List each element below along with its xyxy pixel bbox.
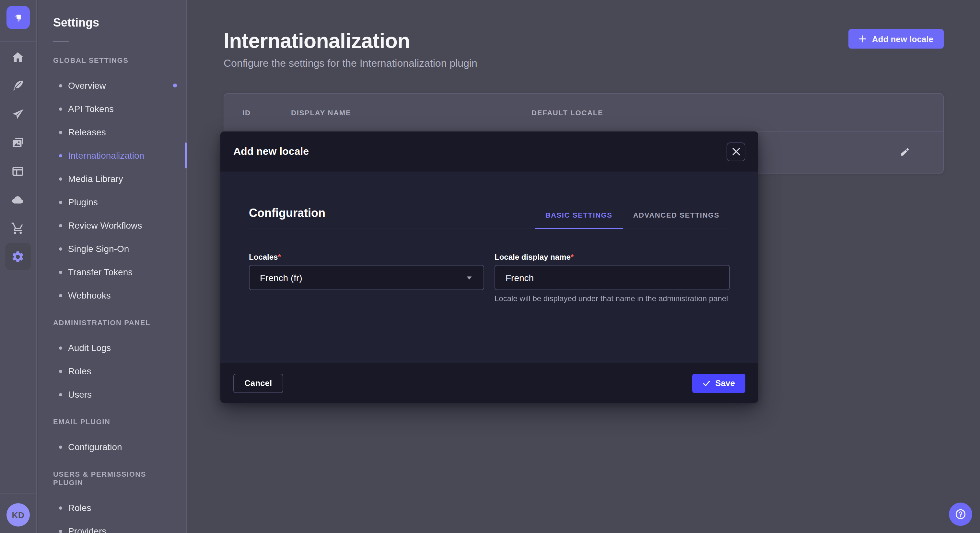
locales-select-value: French (fr) [260, 272, 465, 283]
configuration-heading: Configuration [249, 206, 325, 228]
locales-select[interactable]: French (fr) [249, 265, 484, 290]
save-button[interactable]: Save [692, 373, 745, 393]
display-name-label: Locale display name* [495, 252, 730, 262]
add-locale-modal: Add new locale Configuration BASIC SETTI… [220, 132, 758, 403]
strapi-admin-app: KD Settings GLOBAL SETTINGS Overview API… [0, 0, 980, 533]
modal-header: Add new locale [220, 132, 758, 172]
tab-advanced-settings[interactable]: ADVANCED SETTINGS [623, 211, 730, 228]
chevron-down-icon [465, 274, 473, 281]
tabs-divider [249, 228, 730, 229]
close-button[interactable] [727, 142, 745, 161]
close-icon [732, 148, 740, 155]
locales-label: Locales* [249, 252, 484, 262]
display-name-hint: Locale will be displayed under that name… [495, 293, 730, 304]
tab-basic-settings[interactable]: BASIC SETTINGS [535, 211, 623, 228]
display-name-field: Locale display name* Locale will be disp… [495, 252, 730, 304]
locales-field: Locales* French (fr) [249, 252, 484, 304]
settings-tabs: BASIC SETTINGS ADVANCED SETTINGS [535, 211, 730, 228]
required-asterisk: * [278, 252, 281, 262]
display-name-input[interactable] [495, 265, 730, 290]
modal-footer: Cancel Save [220, 363, 758, 403]
modal-title: Add new locale [233, 146, 309, 157]
required-asterisk: * [571, 252, 574, 262]
cancel-button[interactable]: Cancel [233, 373, 283, 393]
modal-body: Configuration BASIC SETTINGS ADVANCED SE… [220, 172, 758, 363]
check-icon [702, 379, 710, 387]
